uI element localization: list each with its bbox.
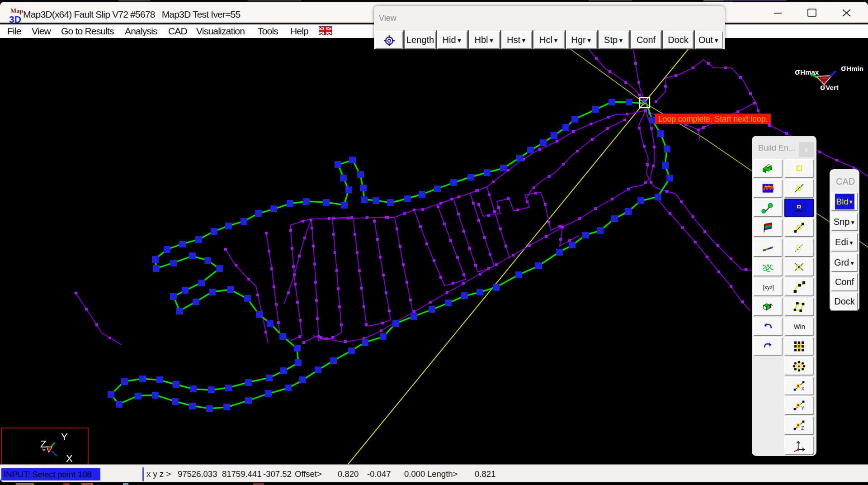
- svg-text:Y: Y: [801, 405, 805, 411]
- svg-text:X: X: [801, 386, 805, 391]
- svg-text:Win: Win: [794, 323, 805, 330]
- svg-text:σHmin: σHmin: [841, 64, 863, 73]
- svg-text:σHmax: σHmax: [795, 67, 819, 76]
- svg-text:[xyz]: [xyz]: [763, 284, 774, 290]
- svg-text:Z: Z: [40, 438, 46, 450]
- svg-text:X: X: [66, 453, 73, 464]
- svg-text:Loop complete. Start next loop: Loop complete. Start next loop.: [658, 114, 768, 124]
- svg-text:Z: Z: [801, 425, 804, 431]
- svg-text:Y: Y: [61, 431, 68, 442]
